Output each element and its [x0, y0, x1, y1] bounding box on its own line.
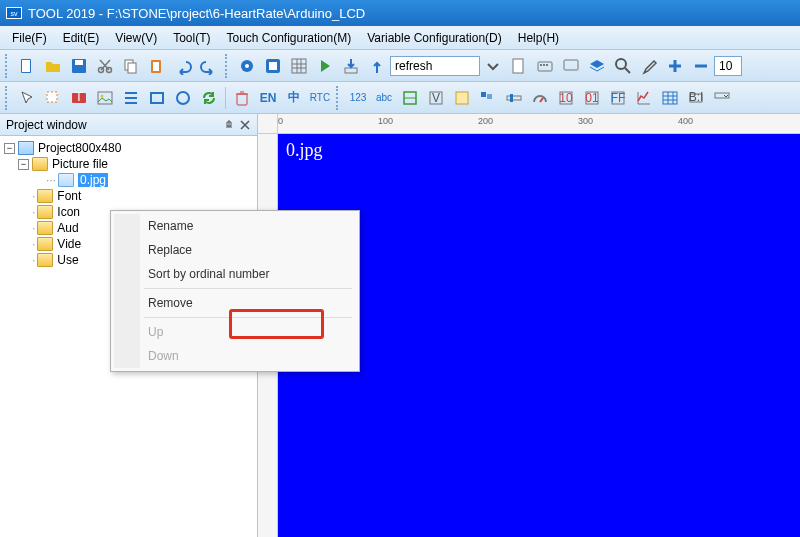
- menu-view[interactable]: View(V): [107, 29, 165, 47]
- number-button[interactable]: 123: [346, 86, 370, 110]
- widget-table-button[interactable]: [658, 86, 682, 110]
- tree-image-item[interactable]: ··· 0.jpg: [4, 172, 253, 188]
- color-picker-button[interactable]: [637, 54, 661, 78]
- widget-slider-button[interactable]: [502, 86, 526, 110]
- toolbar-grip[interactable]: [225, 54, 231, 78]
- svg-rect-35: [481, 92, 486, 97]
- widget-bit-button[interactable]: B:I: [684, 86, 708, 110]
- combo-dropdown-button[interactable]: [481, 54, 505, 78]
- upload-button[interactable]: [365, 54, 389, 78]
- list-button[interactable]: [119, 86, 143, 110]
- svg-rect-9: [153, 62, 159, 71]
- toolbar-grip[interactable]: [5, 54, 11, 78]
- layers-button[interactable]: [585, 54, 609, 78]
- tree-collapse-icon[interactable]: −: [4, 143, 15, 154]
- svg-point-11: [245, 64, 249, 68]
- widget-1-button[interactable]: [398, 86, 422, 110]
- lang-en-button[interactable]: EN: [256, 86, 280, 110]
- svg-text:B:I: B:I: [689, 90, 704, 104]
- refresh-button[interactable]: [197, 86, 221, 110]
- folder-icon: [37, 221, 53, 235]
- context-sort[interactable]: Sort by ordinal number: [114, 262, 356, 286]
- tree-video-label: Vide: [57, 237, 81, 251]
- open-button[interactable]: [41, 54, 65, 78]
- widget-clock-button[interactable]: 01: [580, 86, 604, 110]
- page-button[interactable]: [507, 54, 531, 78]
- tree-root[interactable]: − Project800x480: [4, 140, 253, 156]
- widget-anim-button[interactable]: [476, 86, 500, 110]
- lang-zh-button[interactable]: 中: [282, 86, 306, 110]
- rtc-button[interactable]: RTC: [308, 86, 332, 110]
- ruler-tick: 200: [478, 116, 493, 126]
- download-button[interactable]: [339, 54, 363, 78]
- image-button[interactable]: [93, 86, 117, 110]
- tree-picture-label: Picture file: [52, 157, 108, 171]
- toolbar-grip[interactable]: [5, 86, 11, 110]
- tree-font-label: Font: [57, 189, 81, 203]
- run-button[interactable]: [313, 54, 337, 78]
- svg-rect-45: [663, 92, 677, 104]
- menu-edit[interactable]: Edit(E): [55, 29, 108, 47]
- menu-touch-config[interactable]: Touch Configuration(M): [219, 29, 360, 47]
- delete-button[interactable]: [230, 86, 254, 110]
- widget-digit-button[interactable]: 10: [554, 86, 578, 110]
- tool-button[interactable]: [261, 54, 285, 78]
- close-icon[interactable]: [239, 119, 251, 131]
- tree-connector: ···: [46, 173, 56, 187]
- svg-rect-18: [540, 64, 542, 66]
- ruler-tick: 400: [678, 116, 693, 126]
- widget-dropdown-button[interactable]: [710, 86, 734, 110]
- text-button[interactable]: T: [67, 86, 91, 110]
- minus-button[interactable]: [689, 54, 713, 78]
- cut-button[interactable]: [93, 54, 117, 78]
- menu-variable-config[interactable]: Variable Configuration(D): [359, 29, 510, 47]
- widget-hex-button[interactable]: FF: [606, 86, 630, 110]
- svg-rect-26: [98, 92, 112, 104]
- project-icon: [18, 141, 34, 155]
- titlebar: sv TOOL 2019 - F:\STONE\project\6-HeartR…: [0, 0, 800, 26]
- undo-button[interactable]: [171, 54, 195, 78]
- context-rename[interactable]: Rename: [114, 214, 356, 238]
- screen-button[interactable]: [559, 54, 583, 78]
- folder-icon: [37, 189, 53, 203]
- pin-icon[interactable]: [223, 119, 235, 131]
- select-button[interactable]: [41, 86, 65, 110]
- zoom-value-input[interactable]: [714, 56, 742, 76]
- toolbar-grip[interactable]: [336, 86, 342, 110]
- widget-chart-button[interactable]: [632, 86, 656, 110]
- project-panel-header: Project window: [0, 114, 257, 136]
- widget-icon-button[interactable]: [450, 86, 474, 110]
- widget-gauge-button[interactable]: [528, 86, 552, 110]
- tree-font-folder[interactable]: · Font: [4, 188, 253, 204]
- tree-collapse-icon[interactable]: −: [18, 159, 29, 170]
- menu-help[interactable]: Help(H): [510, 29, 567, 47]
- new-button[interactable]: [15, 54, 39, 78]
- context-up: Up: [114, 320, 356, 344]
- text-abc-button[interactable]: abc: [372, 86, 396, 110]
- zoom-button[interactable]: [611, 54, 635, 78]
- context-separator: [144, 288, 352, 289]
- settings-button[interactable]: [235, 54, 259, 78]
- keyboard-button[interactable]: [533, 54, 557, 78]
- menu-file[interactable]: File(F): [4, 29, 55, 47]
- redo-button[interactable]: [197, 54, 221, 78]
- tree-user-label: Use: [57, 253, 78, 267]
- refresh-combo[interactable]: [390, 56, 480, 76]
- save-button[interactable]: [67, 54, 91, 78]
- svg-text:FF: FF: [611, 91, 626, 105]
- circle-button[interactable]: [171, 86, 195, 110]
- pointer-button[interactable]: [15, 86, 39, 110]
- copy-button[interactable]: [119, 54, 143, 78]
- widget-v-button[interactable]: V: [424, 86, 448, 110]
- context-replace[interactable]: Replace: [114, 238, 356, 262]
- tree-image-label: 0.jpg: [78, 173, 108, 187]
- ruler-tick: 300: [578, 116, 593, 126]
- plus-button[interactable]: [663, 54, 687, 78]
- tree-picture-folder[interactable]: − Picture file: [4, 156, 253, 172]
- grid-button[interactable]: [287, 54, 311, 78]
- menu-tool[interactable]: Tool(T): [165, 29, 218, 47]
- svg-rect-37: [507, 96, 521, 100]
- paste-button[interactable]: [145, 54, 169, 78]
- context-remove[interactable]: Remove: [114, 291, 356, 315]
- rect-button[interactable]: [145, 86, 169, 110]
